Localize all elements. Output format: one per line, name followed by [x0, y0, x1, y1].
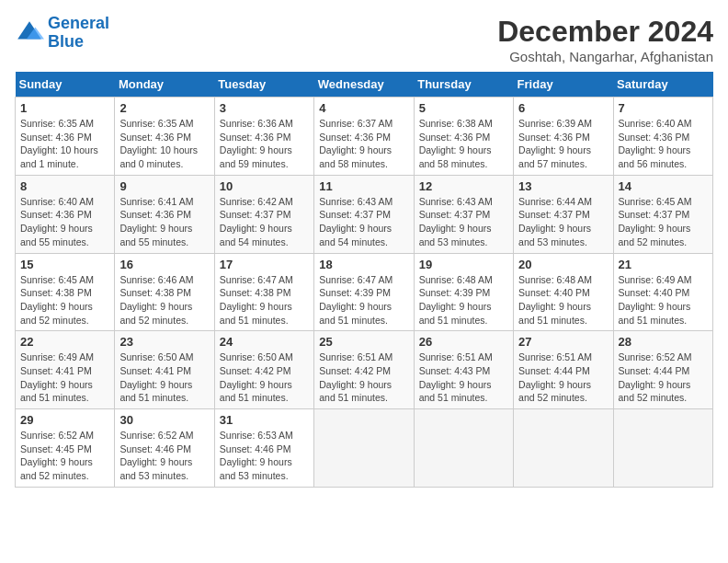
day-cell: 6 Sunrise: 6:39 AM Sunset: 4:36 PM Dayli…	[514, 98, 613, 176]
week-row-5: 29 Sunrise: 6:52 AM Sunset: 4:45 PM Dayl…	[16, 409, 713, 488]
day-info: Sunrise: 6:41 AM Sunset: 4:36 PM Dayligh…	[119, 195, 209, 249]
col-header-monday: Monday	[115, 72, 214, 98]
day-cell: 16 Sunrise: 6:46 AM Sunset: 4:38 PM Dayl…	[115, 253, 214, 331]
day-cell: 9 Sunrise: 6:41 AM Sunset: 4:36 PM Dayli…	[115, 175, 214, 253]
day-cell: 26 Sunrise: 6:51 AM Sunset: 4:43 PM Dayl…	[414, 331, 513, 409]
logo-line1: General	[48, 14, 109, 32]
day-cell: 25 Sunrise: 6:51 AM Sunset: 4:42 PM Dayl…	[314, 331, 414, 409]
header: General Blue December 2024 Goshtah, Nang…	[15, 15, 713, 64]
day-number: 30	[119, 413, 209, 427]
day-number: 31	[220, 413, 309, 427]
day-number: 21	[619, 258, 708, 271]
day-info: Sunrise: 6:51 AM Sunset: 4:44 PM Dayligh…	[518, 350, 608, 405]
day-info: Sunrise: 6:49 AM Sunset: 4:41 PM Dayligh…	[20, 350, 109, 405]
calendar-table: SundayMondayTuesdayWednesdayThursdayFrid…	[15, 72, 713, 488]
day-cell: 21 Sunrise: 6:49 AM Sunset: 4:40 PM Dayl…	[613, 253, 712, 331]
day-info: Sunrise: 6:46 AM Sunset: 4:38 PM Dayligh…	[119, 273, 209, 327]
day-cell: 7 Sunrise: 6:40 AM Sunset: 4:36 PM Dayli…	[613, 98, 712, 176]
day-cell: 1 Sunrise: 6:35 AM Sunset: 4:36 PM Dayli…	[16, 98, 115, 176]
logo-line2: Blue	[48, 32, 84, 51]
day-number: 3	[220, 101, 309, 115]
day-cell: 2 Sunrise: 6:35 AM Sunset: 4:36 PM Dayli…	[115, 98, 214, 176]
day-cell: 15 Sunrise: 6:45 AM Sunset: 4:38 PM Dayl…	[16, 253, 115, 331]
day-cell: 17 Sunrise: 6:47 AM Sunset: 4:38 PM Dayl…	[214, 253, 313, 331]
header-row: SundayMondayTuesdayWednesdayThursdayFrid…	[16, 72, 713, 98]
day-cell: 19 Sunrise: 6:48 AM Sunset: 4:39 PM Dayl…	[414, 253, 513, 331]
day-info: Sunrise: 6:50 AM Sunset: 4:42 PM Dayligh…	[220, 350, 309, 405]
day-cell: 27 Sunrise: 6:51 AM Sunset: 4:44 PM Dayl…	[514, 331, 613, 409]
day-info: Sunrise: 6:52 AM Sunset: 4:44 PM Dayligh…	[619, 350, 708, 405]
day-number: 17	[220, 258, 309, 271]
week-row-2: 8 Sunrise: 6:40 AM Sunset: 4:36 PM Dayli…	[16, 175, 713, 253]
day-number: 13	[518, 179, 608, 193]
day-info: Sunrise: 6:45 AM Sunset: 4:38 PM Dayligh…	[20, 273, 109, 327]
day-number: 24	[220, 335, 309, 349]
col-header-saturday: Saturday	[613, 72, 712, 98]
day-number: 5	[419, 101, 508, 115]
logo-text: General Blue	[48, 15, 109, 52]
week-row-3: 15 Sunrise: 6:45 AM Sunset: 4:38 PM Dayl…	[16, 253, 713, 331]
day-info: Sunrise: 6:43 AM Sunset: 4:37 PM Dayligh…	[319, 195, 408, 249]
day-number: 26	[419, 335, 508, 349]
day-cell: 28 Sunrise: 6:52 AM Sunset: 4:44 PM Dayl…	[613, 331, 712, 409]
day-cell	[414, 409, 513, 488]
day-info: Sunrise: 6:42 AM Sunset: 4:37 PM Dayligh…	[220, 195, 309, 249]
day-number: 12	[419, 179, 508, 193]
day-cell: 23 Sunrise: 6:50 AM Sunset: 4:41 PM Dayl…	[115, 331, 214, 409]
day-cell: 4 Sunrise: 6:37 AM Sunset: 4:36 PM Dayli…	[314, 98, 414, 176]
col-header-friday: Friday	[514, 72, 613, 98]
day-info: Sunrise: 6:50 AM Sunset: 4:41 PM Dayligh…	[119, 350, 209, 405]
day-info: Sunrise: 6:44 AM Sunset: 4:37 PM Dayligh…	[518, 195, 608, 249]
day-cell: 3 Sunrise: 6:36 AM Sunset: 4:36 PM Dayli…	[214, 98, 313, 176]
title-area: December 2024 Goshtah, Nangarhar, Afghan…	[497, 15, 713, 64]
day-cell: 30 Sunrise: 6:52 AM Sunset: 4:46 PM Dayl…	[115, 409, 214, 488]
day-info: Sunrise: 6:51 AM Sunset: 4:42 PM Dayligh…	[319, 350, 408, 405]
col-header-wednesday: Wednesday	[314, 72, 414, 98]
day-info: Sunrise: 6:39 AM Sunset: 4:36 PM Dayligh…	[518, 117, 608, 171]
day-cell: 11 Sunrise: 6:43 AM Sunset: 4:37 PM Dayl…	[314, 175, 414, 253]
col-header-sunday: Sunday	[16, 72, 115, 98]
day-cell: 24 Sunrise: 6:50 AM Sunset: 4:42 PM Dayl…	[214, 331, 313, 409]
day-info: Sunrise: 6:40 AM Sunset: 4:36 PM Dayligh…	[619, 117, 708, 171]
day-number: 1	[20, 101, 109, 115]
day-cell: 20 Sunrise: 6:48 AM Sunset: 4:40 PM Dayl…	[514, 253, 613, 331]
day-number: 22	[20, 335, 109, 349]
day-number: 10	[220, 179, 309, 193]
day-cell: 22 Sunrise: 6:49 AM Sunset: 4:41 PM Dayl…	[16, 331, 115, 409]
day-info: Sunrise: 6:52 AM Sunset: 4:46 PM Dayligh…	[119, 429, 209, 483]
day-info: Sunrise: 6:48 AM Sunset: 4:40 PM Dayligh…	[518, 273, 608, 327]
day-number: 23	[119, 335, 209, 349]
day-cell: 29 Sunrise: 6:52 AM Sunset: 4:45 PM Dayl…	[16, 409, 115, 488]
day-number: 7	[619, 101, 708, 115]
day-number: 18	[319, 258, 408, 271]
day-cell: 8 Sunrise: 6:40 AM Sunset: 4:36 PM Dayli…	[16, 175, 115, 253]
logo-icon	[15, 18, 44, 48]
day-cell	[613, 409, 712, 488]
col-header-tuesday: Tuesday	[214, 72, 313, 98]
day-number: 8	[20, 179, 109, 193]
day-number: 20	[518, 258, 608, 271]
day-info: Sunrise: 6:40 AM Sunset: 4:36 PM Dayligh…	[20, 195, 109, 249]
month-title: December 2024	[497, 15, 713, 49]
day-number: 14	[619, 179, 708, 193]
week-row-4: 22 Sunrise: 6:49 AM Sunset: 4:41 PM Dayl…	[16, 331, 713, 409]
day-number: 29	[20, 413, 109, 427]
day-info: Sunrise: 6:36 AM Sunset: 4:36 PM Dayligh…	[220, 117, 309, 171]
day-info: Sunrise: 6:52 AM Sunset: 4:45 PM Dayligh…	[20, 429, 109, 483]
day-info: Sunrise: 6:45 AM Sunset: 4:37 PM Dayligh…	[619, 195, 708, 249]
day-number: 16	[119, 258, 209, 271]
day-cell: 31 Sunrise: 6:53 AM Sunset: 4:46 PM Dayl…	[214, 409, 313, 488]
day-info: Sunrise: 6:49 AM Sunset: 4:40 PM Dayligh…	[619, 273, 708, 327]
day-info: Sunrise: 6:53 AM Sunset: 4:46 PM Dayligh…	[220, 429, 309, 483]
day-cell: 13 Sunrise: 6:44 AM Sunset: 4:37 PM Dayl…	[514, 175, 613, 253]
day-number: 25	[319, 335, 408, 349]
day-cell	[514, 409, 613, 488]
day-number: 9	[119, 179, 209, 193]
day-number: 11	[319, 179, 408, 193]
day-cell: 10 Sunrise: 6:42 AM Sunset: 4:37 PM Dayl…	[214, 175, 313, 253]
day-cell: 14 Sunrise: 6:45 AM Sunset: 4:37 PM Dayl…	[613, 175, 712, 253]
day-cell	[314, 409, 414, 488]
week-row-1: 1 Sunrise: 6:35 AM Sunset: 4:36 PM Dayli…	[16, 98, 713, 176]
day-info: Sunrise: 6:47 AM Sunset: 4:38 PM Dayligh…	[220, 273, 309, 327]
day-number: 4	[319, 101, 408, 115]
